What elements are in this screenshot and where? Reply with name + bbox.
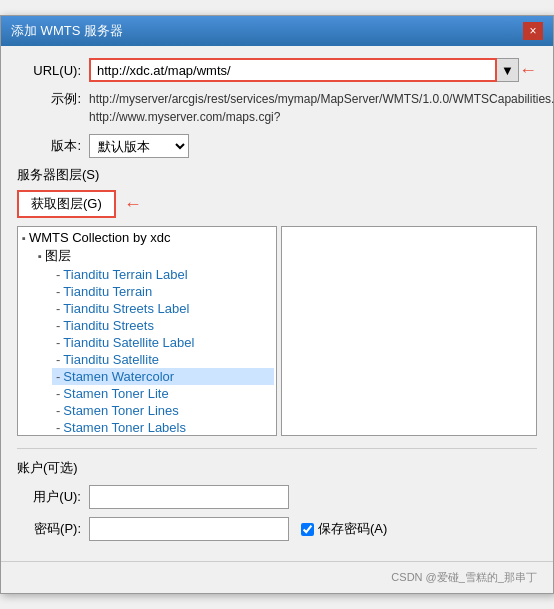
tree-group: ▪ 图层 - Tianditu Terrain Label - xyxy=(20,246,274,436)
list-item[interactable]: - Tianditu Terrain Label xyxy=(52,266,274,283)
version-select[interactable]: 默认版本 xyxy=(89,134,189,158)
url-label: URL(U): xyxy=(17,63,89,78)
dropdown-arrow-icon: ▼ xyxy=(501,63,514,78)
get-layers-row: 获取图层(G) ← xyxy=(17,190,537,218)
tree-folder-label: 图层 xyxy=(45,247,71,265)
title-bar: 添加 WMTS 服务器 × xyxy=(1,16,553,46)
tree-root-folder[interactable]: ▪ WMTS Collection by xdc xyxy=(20,229,274,246)
account-title: 账户(可选) xyxy=(17,459,537,477)
layer-name: Stamen Toner Lite xyxy=(63,386,168,401)
user-field xyxy=(89,485,537,509)
dash-icon: - xyxy=(56,420,60,435)
url-field: ▼ ← xyxy=(89,58,537,82)
url-container: ▼ ← xyxy=(89,58,537,82)
user-input[interactable] xyxy=(89,485,289,509)
tree-layers-folder[interactable]: ▪ 图层 xyxy=(36,246,274,266)
close-button[interactable]: × xyxy=(523,22,543,40)
layer-name: Tianditu Satellite xyxy=(63,352,159,367)
tree-root-label: WMTS Collection by xdc xyxy=(29,230,171,245)
dash-icon: - xyxy=(56,386,60,401)
list-item[interactable]: - Tianditu Terrain xyxy=(52,283,274,300)
main-window: 添加 WMTS 服务器 × URL(U): ▼ ← 示例: http://mys… xyxy=(0,15,554,594)
password-label: 密码(P): xyxy=(17,520,89,538)
tree-minus-icon: ▪ xyxy=(22,232,26,244)
list-item[interactable]: - Tianditu Satellite Label xyxy=(52,334,274,351)
layer-name: Tianditu Streets Label xyxy=(63,301,189,316)
version-label: 版本: xyxy=(17,137,89,155)
url-input[interactable] xyxy=(89,58,497,82)
password-input[interactable] xyxy=(89,517,289,541)
url-arrow-indicator: ← xyxy=(519,60,537,81)
layer-name: Stamen Toner Labels xyxy=(63,420,186,435)
window-title: 添加 WMTS 服务器 xyxy=(11,22,123,40)
version-field: 默认版本 xyxy=(89,134,537,158)
layer-name: Tianditu Terrain xyxy=(63,284,152,299)
url-dropdown-button[interactable]: ▼ xyxy=(497,58,519,82)
layer-name: Tianditu Satellite Label xyxy=(63,335,194,350)
list-item[interactable]: - Tianditu Streets Label xyxy=(52,300,274,317)
example-field: http://myserver/arcgis/rest/services/mym… xyxy=(89,90,554,126)
url-row: URL(U): ▼ ← xyxy=(17,58,537,82)
layer-name: Tianditu Streets xyxy=(63,318,154,333)
example-row: 示例: http://myserver/arcgis/rest/services… xyxy=(17,90,537,126)
save-password-checkbox[interactable] xyxy=(301,523,314,536)
footer-bar: CSDN @爱碰_雪糕的_那串丁 xyxy=(1,561,553,593)
layers-panel: ▪ WMTS Collection by xdc ▪ 图层 xyxy=(17,226,537,436)
layer-name: Tianditu Terrain Label xyxy=(63,267,187,282)
tree-root-item: ▪ WMTS Collection by xdc ▪ 图层 xyxy=(20,229,274,436)
save-password-label[interactable]: 保存密码(A) xyxy=(301,520,387,538)
account-section: 账户(可选) 用户(U): 密码(P): 保存密码(A) xyxy=(17,448,537,541)
list-item[interactable]: - Stamen Toner Lines xyxy=(52,402,274,419)
dash-icon: - xyxy=(56,301,60,316)
list-item[interactable]: - Stamen Toner Lite xyxy=(52,385,274,402)
tree-leaves: - Tianditu Terrain Label - Tianditu Terr… xyxy=(36,266,274,436)
dash-icon: - xyxy=(56,335,60,350)
dash-icon: - xyxy=(56,369,60,384)
tree-root: ▪ WMTS Collection by xdc ▪ 图层 xyxy=(20,229,274,436)
watermark-text: CSDN @爱碰_雪糕的_那串丁 xyxy=(391,570,537,585)
dash-icon: - xyxy=(56,318,60,333)
user-label: 用户(U): xyxy=(17,488,89,506)
tree-folder-item: ▪ 图层 - Tianditu Terrain Label - xyxy=(36,246,274,436)
dash-icon: - xyxy=(56,403,60,418)
list-item[interactable]: - Tianditu Satellite xyxy=(52,351,274,368)
user-row: 用户(U): xyxy=(17,485,537,509)
layers-arrow-indicator: ← xyxy=(124,194,142,215)
tree-folder-minus-icon: ▪ xyxy=(38,250,42,262)
get-layers-button[interactable]: 获取图层(G) xyxy=(17,190,116,218)
example-line1: http://myserver/arcgis/rest/services/mym… xyxy=(89,90,554,108)
list-item[interactable]: - Tianditu Streets xyxy=(52,317,274,334)
save-password-text: 保存密码(A) xyxy=(318,520,387,538)
tree-panel[interactable]: ▪ WMTS Collection by xdc ▪ 图层 xyxy=(17,226,277,436)
dash-icon: - xyxy=(56,284,60,299)
list-item[interactable]: - Stamen Toner Labels xyxy=(52,419,274,436)
example-line2: http://www.myserver.com/maps.cgi? xyxy=(89,108,554,126)
password-field: 保存密码(A) xyxy=(89,517,537,541)
layers-section-label: 服务器图层(S) xyxy=(17,166,537,184)
dash-icon: - xyxy=(56,352,60,367)
dash-icon: - xyxy=(56,267,60,282)
password-row: 密码(P): 保存密码(A) xyxy=(17,517,537,541)
layer-name: Stamen Toner Lines xyxy=(63,403,178,418)
list-item[interactable]: - Stamen Watercolor xyxy=(52,368,274,385)
layers-label-text: 服务器图层(S) xyxy=(17,167,99,182)
example-label: 示例: xyxy=(17,90,89,108)
window-content: URL(U): ▼ ← 示例: http://myserver/arcgis/r… xyxy=(1,46,553,561)
version-row: 版本: 默认版本 xyxy=(17,134,537,158)
right-panel xyxy=(281,226,537,436)
layer-name: Stamen Watercolor xyxy=(63,369,174,384)
